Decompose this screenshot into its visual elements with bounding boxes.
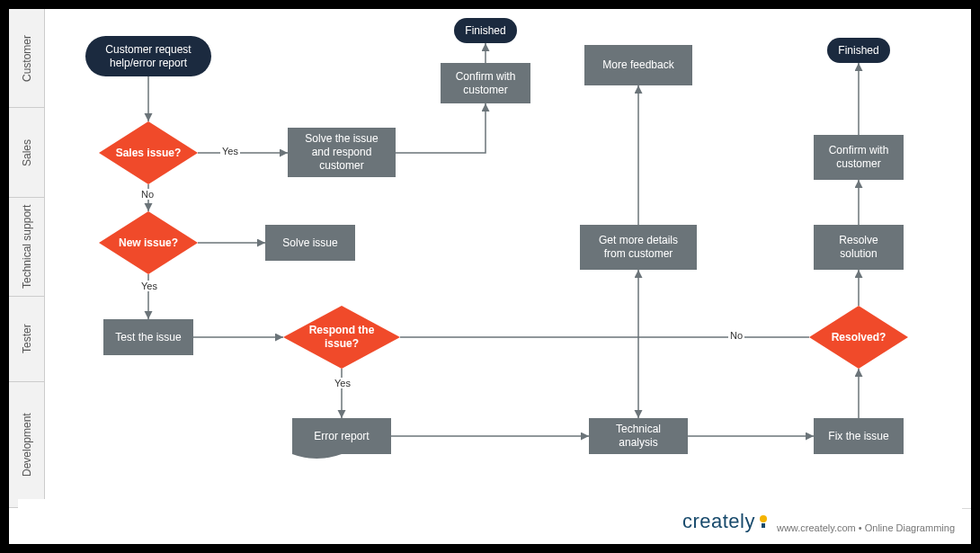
node-start-terminal: Customer request help/error report — [85, 36, 211, 76]
document-label: Error report — [314, 430, 369, 443]
lane-customer: Customer — [9, 9, 45, 108]
lane-tech-support: Technical support — [9, 198, 45, 297]
edge-label-no: No — [139, 189, 156, 200]
node-test-issue: Test the issue — [103, 319, 193, 355]
node-respond-issue-decision: Respond the issue? — [283, 306, 400, 369]
edge-label-yes: Yes — [139, 281, 159, 291]
node-finished-1: Finished — [454, 18, 517, 43]
edge-label-yes: Yes — [220, 146, 240, 156]
node-sales-issue-decision: Sales issue? — [99, 121, 198, 184]
diagram-canvas: Customer Sales Technical support Tester … — [9, 9, 971, 544]
diagram-area: Yes No Yes Yes No Customer request help/… — [45, 9, 971, 508]
footer-tagline: www.creately.com • Online Diagramming — [777, 522, 955, 533]
decision-label: Resolved? — [826, 331, 892, 344]
node-confirm-customer-1: Confirm with customer — [441, 63, 530, 103]
node-resolved-decision: Resolved? — [809, 306, 908, 369]
node-finished-2: Finished — [827, 38, 890, 63]
lightbulb-icon — [759, 515, 768, 528]
node-more-feedback: More feedback — [584, 45, 692, 85]
edge-label-no: No — [728, 330, 744, 341]
lane-tester: Tester — [9, 297, 45, 382]
brand: creately — [682, 510, 768, 533]
decision-label: Respond the issue? — [290, 324, 393, 351]
node-get-details: Get more details from customer — [580, 225, 697, 270]
lane-development: Development — [9, 382, 45, 508]
decision-label: New issue? — [113, 236, 183, 250]
decision-label: Sales issue? — [111, 147, 187, 160]
swimlane-labels: Customer Sales Technical support Tester … — [9, 9, 45, 508]
brand-name: creately — [682, 510, 755, 533]
footer: creately www.creately.com • Online Diagr… — [18, 499, 962, 535]
node-fix-issue: Fix the issue — [814, 418, 904, 454]
node-resolve-solution: Resolve solution — [814, 225, 904, 270]
node-confirm-customer-2: Confirm with customer — [814, 135, 904, 180]
node-new-issue-decision: New issue? — [99, 211, 198, 274]
node-error-report-document: Error report — [292, 418, 391, 454]
node-solve-issue: Solve issue — [265, 225, 355, 261]
node-solve-respond: Solve the issue and respond customer — [288, 128, 396, 177]
node-technical-analysis: Technical analysis — [589, 418, 688, 454]
edge-label-yes: Yes — [333, 378, 352, 388]
lane-sales: Sales — [9, 108, 45, 198]
